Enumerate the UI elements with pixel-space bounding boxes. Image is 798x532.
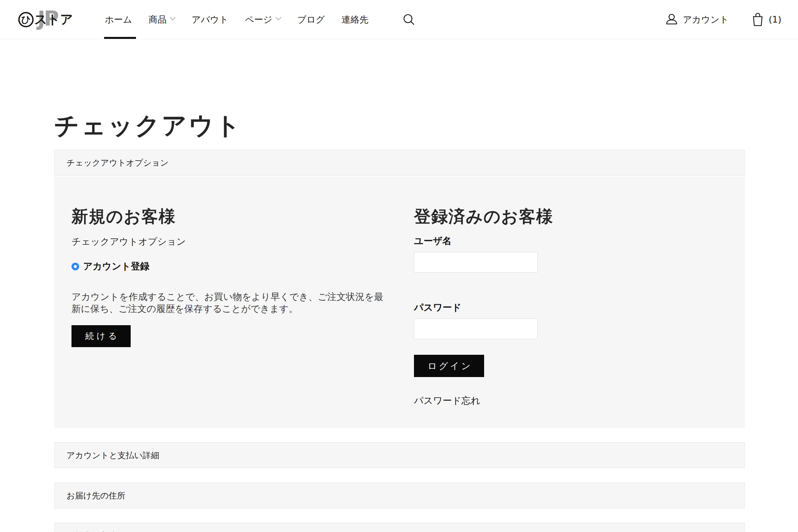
page-title: チェックアウト	[54, 113, 745, 138]
login-button[interactable]: ログイン	[414, 355, 484, 377]
nav-item-label: ホーム	[105, 14, 132, 25]
account-label: アカウント	[683, 14, 729, 25]
account-benefits-text: アカウントを作成することで、お買い物をより早くでき、ご注文状況を最新に保ち、ご注…	[72, 291, 387, 315]
shopping-bag-icon	[751, 12, 765, 27]
cart-button[interactable]: (1)	[751, 12, 781, 27]
logo-store-text: ストア	[34, 11, 73, 28]
nav-item-home[interactable]: ホーム	[105, 0, 132, 39]
user-icon	[665, 13, 678, 26]
username-label: ユーザ名	[414, 235, 647, 247]
store-logo[interactable]: JP ひ ストア	[18, 6, 76, 33]
returning-customer-column: 登録済みのお客様 ユーザ名 パスワード ログイン パスワード忘れ	[414, 208, 647, 407]
forgot-password-link[interactable]: パスワード忘れ	[414, 394, 480, 407]
accordion-label: 送料支払方法	[66, 530, 116, 532]
accordion-label: アカウントと支払い詳細	[66, 450, 159, 461]
account-button[interactable]: アカウント	[665, 13, 729, 26]
password-label: パスワード	[414, 301, 647, 314]
radio-option-label: アカウント登録	[83, 260, 149, 273]
new-customer-subtitle: チェックアウトオプション	[72, 235, 387, 248]
nav-item-contact[interactable]: 連絡先	[341, 0, 368, 39]
radio-selected-icon[interactable]	[72, 263, 79, 270]
accordion-checkout-options[interactable]: チェックアウトオプション	[54, 150, 745, 175]
accordion-shipping-payment[interactable]: 送料支払方法	[54, 523, 745, 532]
accordion-delivery-address[interactable]: お届け先の住所	[54, 482, 745, 508]
password-input[interactable]	[414, 319, 538, 339]
nav-item-blog[interactable]: ブログ	[297, 0, 325, 39]
nav-item-label: ページ	[245, 14, 272, 25]
site-header: JP ひ ストア ホーム 商品 アバウト ページ ブログ 連絡先	[0, 0, 798, 39]
nav-item-label: 商品	[149, 14, 167, 25]
username-input[interactable]	[414, 252, 538, 273]
accordion-label: お届け先の住所	[66, 490, 125, 501]
returning-customer-heading: 登録済みのお客様	[414, 208, 647, 225]
cart-count: (1)	[769, 14, 781, 25]
checkout-page: チェックアウト チェックアウトオプション 新規のお客様 チェックアウトオプション…	[54, 113, 745, 532]
register-account-radio-option[interactable]: アカウント登録	[72, 260, 387, 273]
nav-item-label: アバウト	[191, 14, 228, 25]
search-button[interactable]	[402, 13, 416, 26]
nav-item-label: ブログ	[297, 14, 325, 25]
main-nav: ホーム 商品 アバウト ページ ブログ 連絡先	[105, 0, 416, 39]
nav-item-products[interactable]: 商品	[149, 0, 175, 39]
chevron-down-icon	[170, 14, 176, 20]
continue-button[interactable]: 続ける	[72, 325, 131, 347]
logo-hi-mark: ひ	[18, 12, 34, 27]
accordion-label: チェックアウトオプション	[66, 157, 169, 168]
search-icon	[402, 13, 416, 26]
nav-item-label: 連絡先	[341, 14, 368, 25]
new-customer-heading: 新規のお客様	[72, 208, 387, 225]
nav-item-pages[interactable]: ページ	[245, 0, 281, 39]
chevron-down-icon	[275, 14, 281, 20]
header-right: アカウント (1)	[665, 12, 781, 27]
nav-item-about[interactable]: アバウト	[191, 0, 228, 39]
accordion-account-payment[interactable]: アカウントと支払い詳細	[54, 442, 745, 468]
checkout-options-panel: 新規のお客様 チェックアウトオプション アカウント登録 アカウントを作成すること…	[54, 176, 745, 428]
new-customer-column: 新規のお客様 チェックアウトオプション アカウント登録 アカウントを作成すること…	[72, 208, 387, 407]
